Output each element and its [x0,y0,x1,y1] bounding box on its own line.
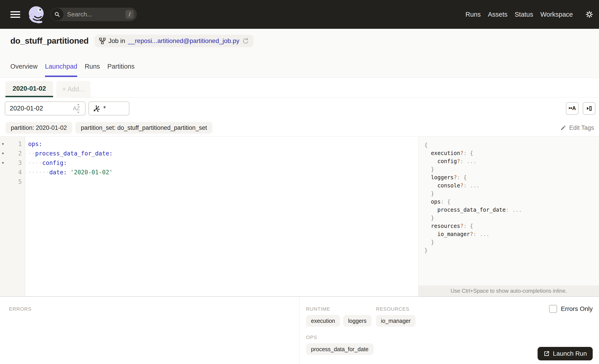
errors-section-label: ERRORS [9,306,32,312]
code-line[interactable]: ops: [28,139,418,149]
menu-icon[interactable] [10,10,20,19]
checkbox-box[interactable] [549,305,557,313]
dagster-logo[interactable] [27,5,45,24]
nav-link-workspace[interactable]: Workspace [540,11,573,18]
edit-tags-button[interactable]: Edit Tags [559,124,595,132]
schema-line: resources?: { [424,222,599,230]
sort-icon: AZ [72,106,80,111]
bottom-panel: ERRORS RUNTIME RESOURCES OPS executionlo… [0,296,599,364]
autocomplete-hint: Use Ctrl+Space to show auto-completions … [419,286,599,296]
op-selector-value: * [103,105,106,112]
config-tab-partition[interactable]: 2020-01-02 [5,81,53,97]
schema-line: { [424,141,599,149]
expand-panel-icon [586,105,592,112]
editor-gutter: ▼1▼2▼345 [0,137,25,296]
primary-nav: RunsAssetsStatusWorkspace [466,11,573,18]
settings-gear-icon[interactable] [585,10,594,19]
resource-pill: io_manager [376,315,416,327]
schema-line: console?: ... [424,182,599,190]
errors-only-checkbox[interactable]: Errors Only [549,305,593,313]
config-tabs-row: 2020-01-02+ Add... [0,78,599,97]
runtime-section-label: RUNTIME [306,306,330,312]
gutter-row: 5 [0,177,25,187]
tag-pill: partition: 2020-01-02 [5,122,72,134]
search-shortcut-badge: / [125,10,134,19]
line-number: 4 [18,168,22,177]
op-graph-icon [93,105,100,112]
op-selector-input[interactable]: * [88,102,129,115]
reload-icon[interactable] [242,38,249,44]
schema-line: loggers?: { [424,173,599,182]
tag-pill: partition_set: do_stuff_partitioned_part… [75,122,212,134]
tab-overview[interactable]: Overview [10,63,38,77]
partition-select[interactable]: 2020-01-02 AZ [5,102,86,115]
job-location-link[interactable]: __reposi...artitioned@partitioned_job.py [128,37,239,44]
job-tabs: OverviewLaunchpadRunsPartitions [10,63,135,77]
editor-code[interactable]: ops:··process_data_for_date:····config:·… [26,137,418,296]
errors-only-label: Errors Only [561,305,593,312]
code-line[interactable]: ······date: '2020-01-02' [28,168,418,177]
schema-line: io_manager?: ... [424,230,599,238]
edit-tags-label: Edit Tags [569,124,594,131]
schema-line: ops: { [424,198,599,206]
gutter-row: ▼1 [0,139,25,149]
errors-panel: ERRORS [0,297,300,364]
job-header: do_stuff_partitioned Job in __reposi...a… [0,29,599,78]
launchpad-toolbar: 2020-01-02 AZ * ••A [0,97,599,119]
config-schema-panel: { execution?: { config?: ... } loggers?:… [418,137,599,296]
toggle-whitespace-button[interactable]: ••A [566,102,579,115]
pencil-icon [560,125,566,131]
launch-run-button[interactable]: Launch Run [537,347,593,360]
schema-line: config?: ... [424,157,599,165]
runtime-pill: loggers [343,315,371,327]
partition-select-value: 2020-01-02 [10,105,43,112]
line-number: 5 [18,177,22,187]
search-placeholder: Search... [67,11,92,18]
launch-run-label: Launch Run [553,350,587,357]
runtime-pill: execution [306,315,340,327]
fold-arrow-icon[interactable]: ▼ [1,142,5,146]
tab-runs[interactable]: Runs [85,63,100,77]
code-line[interactable]: ····config: [28,158,418,168]
gutter-row: ▼2 [0,149,25,158]
schema-line: } [424,165,599,173]
op-pill: process_data_for_date [306,343,374,355]
schema-line: } [424,238,599,246]
ops-section-label: OPS [306,335,317,340]
job-badge-prefix: Job in [108,37,125,44]
schema-line: } [424,246,599,254]
launch-icon [543,350,550,357]
gutter-row: ▼3 [0,158,25,168]
job-location-badge: Job in __reposi...artitioned@partitioned… [95,35,253,47]
line-number: 3 [18,158,22,168]
resources-section-label: RESOURCES [376,306,409,312]
nav-link-status[interactable]: Status [515,11,533,18]
code-line[interactable] [28,177,418,187]
expand-panel-button[interactable] [583,102,595,115]
config-sections-panel: RUNTIME RESOURCES OPS executionloggers i… [300,297,599,364]
code-line[interactable]: ··process_data_for_date: [28,149,418,158]
line-number: 1 [18,139,22,149]
gutter-row: 4 [0,168,25,177]
search-icon [51,8,63,21]
schema-line: execution?: { [424,149,599,157]
tags-row: partition: 2020-01-02partition_set: do_s… [0,119,599,137]
schema-line: } [424,214,599,222]
nav-link-assets[interactable]: Assets [488,11,507,18]
add-config-tab-button[interactable]: + Add... [56,81,90,97]
line-number: 2 [18,149,22,158]
page-title: do_stuff_partitioned [10,36,89,46]
schema-line: } [424,190,599,198]
config-editor: ▼1▼2▼345 ops:··process_data_for_date:···… [0,137,599,296]
top-nav: Search... / RunsAssetsStatusWorkspace [0,0,599,29]
fold-arrow-icon[interactable]: ▼ [1,161,5,165]
workspace-icon [99,38,106,44]
fold-arrow-icon[interactable]: ▼ [1,152,5,155]
nav-link-runs[interactable]: Runs [466,11,481,18]
tab-launchpad[interactable]: Launchpad [45,63,77,77]
tab-partitions[interactable]: Partitions [107,63,135,77]
search-input[interactable]: Search... / [50,8,137,21]
schema-line: process_data_for_date: ... [424,206,599,214]
